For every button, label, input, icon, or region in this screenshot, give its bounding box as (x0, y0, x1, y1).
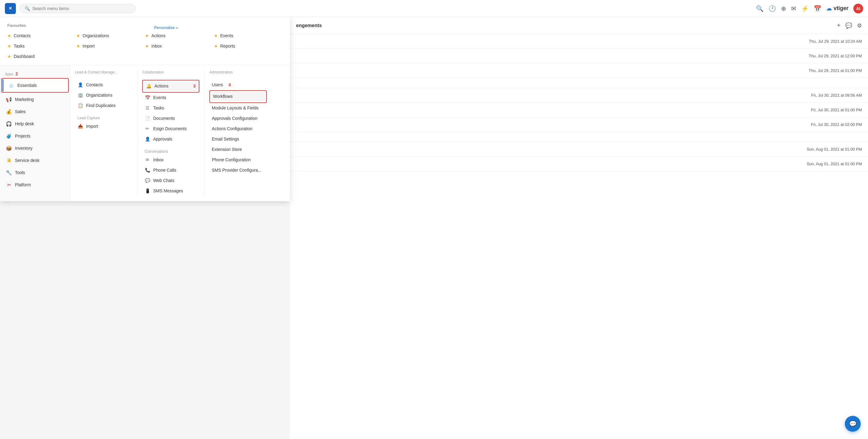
menu-inbox[interactable]: ✉ Inbox (142, 155, 199, 165)
fav-tasks[interactable]: ★Tasks (7, 42, 76, 50)
timestamp-8: Sun, Aug 01, 2021 at 01:00 PM (807, 162, 862, 166)
add-icon[interactable]: + (837, 22, 840, 29)
search-input[interactable] (32, 6, 130, 11)
app-helpdesk[interactable]: 🎧 Help desk (0, 118, 70, 130)
step3-badge: 3 (193, 83, 196, 89)
menu-sms[interactable]: 📱 SMS Messages (142, 186, 199, 196)
menu-module-layouts[interactable]: Module Layouts & Fields (209, 103, 267, 113)
star-icon: ★ (76, 43, 80, 48)
contacts-label: Contacts (86, 82, 103, 87)
fav-inbox-label: Inbox (151, 43, 162, 48)
fav-contacts[interactable]: ★Contacts (7, 32, 76, 39)
menu-web-chats[interactable]: 💬 Web Chats (142, 176, 199, 185)
menu-sms-provider[interactable]: SMS Provider Configura... (209, 165, 267, 175)
fav-reports[interactable]: ★Reports (214, 42, 283, 50)
phone-config-label: Phone Configuration (212, 157, 251, 162)
esign-icon: ✏ (145, 126, 150, 131)
app-tools[interactable]: 🔧 Tools (0, 166, 70, 179)
menu-import[interactable]: 📥 Import (75, 121, 132, 131)
menu-email-settings[interactable]: Email Settings (209, 134, 267, 144)
star-icon: ★ (7, 54, 11, 59)
fav-dashboard[interactable]: ★Dashboard (7, 53, 76, 60)
email-icon[interactable]: ✉ (791, 5, 796, 12)
comment-icon[interactable]: 💬 (845, 22, 852, 29)
fav-dashboard-label: Dashboard (14, 54, 35, 59)
apps-sidebar: Apps 2 ◇ Essentials 📢 Marketing 💰 Sales … (0, 65, 70, 201)
actions-label: Actions (154, 83, 168, 89)
menu-approvals[interactable]: 👤 Approvals (142, 134, 199, 144)
flash-icon[interactable]: ⚡ (801, 5, 809, 12)
helpdesk-icon: 🎧 (6, 121, 12, 127)
menu-find-duplicates[interactable]: 📋 Find Duplicates (75, 101, 132, 110)
timestamp-3: Thu, Jul 29, 2021 at 01:00 PM (809, 68, 862, 73)
platform-label: Platform (15, 182, 31, 187)
app-projects[interactable]: 🧳 Projects (0, 130, 70, 142)
calendar-icon[interactable]: 📅 (814, 5, 821, 12)
menu-columns: Lead & Contact Manage... 👤 Contacts 🏢 Or… (70, 65, 290, 201)
timestamp-5: Fri, Jul 30, 2021 at 01:00 PM (811, 108, 862, 112)
menu-documents[interactable]: 📄 Documents (142, 113, 199, 123)
approvals-icon: 👤 (145, 137, 150, 141)
menu-tasks[interactable]: ☰ Tasks (142, 103, 199, 113)
sales-icon: 💰 (6, 108, 12, 114)
star-icon: ★ (7, 43, 11, 48)
settings-icon[interactable]: ⚙ (857, 22, 862, 29)
header-right: 🔍 🕐 ⊕ ✉ ⚡ 📅 ☁ vtiger AI (756, 4, 863, 13)
search-bar[interactable]: 🔍 (20, 4, 135, 13)
administration-header: Administration (209, 70, 267, 76)
app-essentials[interactable]: ◇ Essentials (2, 79, 67, 92)
app-inventory[interactable]: 📦 Inventory (0, 142, 70, 154)
close-button[interactable]: × (5, 3, 16, 14)
menu-approvals-config[interactable]: Approvals Configuration (209, 113, 267, 123)
menu-phone-config[interactable]: Phone Configuration (209, 155, 267, 165)
star-icon: ★ (7, 33, 11, 38)
mega-menu: Favourites Personalize » ★Contacts ★Orga… (0, 17, 290, 201)
sales-label: Sales (15, 109, 26, 114)
global-search-icon[interactable]: 🔍 (756, 5, 764, 12)
history-icon[interactable]: 🕐 (769, 5, 776, 12)
fav-actions[interactable]: ★Actions (145, 32, 214, 39)
menu-actions[interactable]: 🔔 Actions 3 (144, 81, 198, 91)
marketing-icon: 📢 (6, 96, 12, 102)
menu-workflows[interactable]: Workflows (211, 92, 266, 101)
fav-import-label: Import (83, 43, 95, 48)
fav-events-label: Events (220, 33, 234, 38)
fav-import[interactable]: ★Import (76, 42, 145, 50)
avatar[interactable]: AI (854, 4, 863, 13)
favourites-grid: ★Contacts ★Organizations ★Actions ★Event… (7, 32, 283, 60)
actions-config-label: Actions Configuration (212, 126, 252, 131)
app-servicedesk[interactable]: 🖥 Service desk (0, 154, 70, 166)
timestamp-6: Fri, Jul 30, 2021 at 02:00 PM (811, 122, 862, 127)
app-platform[interactable]: ✂ Platform (0, 179, 70, 191)
users-label: Users (212, 82, 223, 87)
menu-esign[interactable]: ✏ Esign Documents (142, 124, 199, 134)
web-chats-label: Web Chats (153, 178, 174, 183)
essentials-label: Essentials (18, 83, 37, 88)
menu-phone-calls[interactable]: 📞 Phone Calls (142, 165, 199, 175)
fab-button[interactable]: 💬 (845, 416, 861, 432)
table-row: Fri, Jul 30, 2021 at 02:00 PM (290, 117, 868, 132)
menu-events[interactable]: 📅 Events (142, 93, 199, 102)
fav-inbox[interactable]: ★Inbox (145, 42, 214, 50)
lead-capture-header: Lead Capture (75, 113, 132, 121)
fav-events[interactable]: ★Events (214, 32, 283, 39)
table-row (290, 132, 868, 142)
personalize-link[interactable]: Personalize » (154, 25, 178, 30)
workflows-box: Workflows (209, 90, 267, 103)
platform-icon: ✂ (6, 182, 12, 188)
menu-users[interactable]: Users 4 (209, 80, 267, 90)
menu-actions-config[interactable]: Actions Configuration (209, 124, 267, 134)
add-circle-icon[interactable]: ⊕ (781, 5, 786, 12)
menu-contacts[interactable]: 👤 Contacts (75, 80, 132, 90)
table-row: Sun, Aug 01, 2021 at 01:00 PM (290, 157, 868, 171)
app-marketing[interactable]: 📢 Marketing (0, 93, 70, 105)
table-row: Thu, Jul 29, 2021 at 12:00 PM (290, 49, 868, 63)
menu-extension-store[interactable]: Extension Store (209, 144, 267, 154)
sms-label: SMS Messages (153, 189, 183, 193)
app-sales[interactable]: 💰 Sales (0, 105, 70, 118)
fav-organizations[interactable]: ★Organizations (76, 32, 145, 39)
helpdesk-label: Help desk (15, 121, 34, 126)
menu-organizations[interactable]: 🏢 Organizations (75, 90, 132, 100)
documents-icon: 📄 (145, 116, 150, 121)
tools-icon: 🔧 (6, 169, 12, 176)
